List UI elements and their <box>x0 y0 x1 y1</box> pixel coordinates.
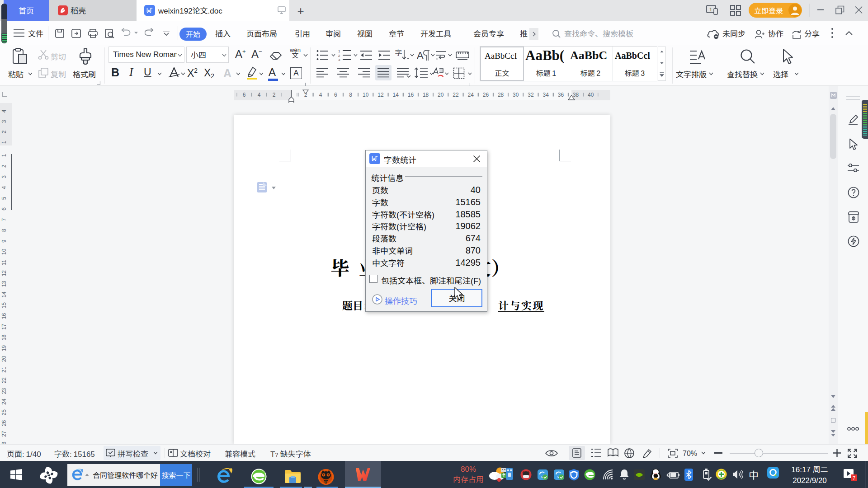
svg-text:4: 4 <box>1 186 7 189</box>
svg-text:3: 3 <box>1 120 7 123</box>
svg-text:4: 4 <box>319 92 322 98</box>
svg-text:4: 4 <box>1 109 7 113</box>
svg-text:40: 40 <box>588 92 594 98</box>
svg-text:4: 4 <box>258 92 261 98</box>
svg-text:1: 1 <box>1 154 7 157</box>
svg-text:8: 8 <box>349 92 352 98</box>
svg-text:19: 19 <box>1 345 7 352</box>
svg-text:21: 21 <box>1 366 7 373</box>
svg-text:5: 5 <box>1 197 7 200</box>
svg-text:14: 14 <box>1 291 7 298</box>
svg-text:22: 22 <box>1 377 7 384</box>
svg-text:26: 26 <box>1 420 7 427</box>
svg-text:36: 36 <box>558 92 564 98</box>
svg-text:18: 18 <box>423 92 429 98</box>
svg-text:2: 2 <box>273 92 276 98</box>
svg-text:1: 1 <box>1 141 7 144</box>
svg-text:2: 2 <box>338 54 340 58</box>
svg-text:6: 6 <box>243 92 246 98</box>
svg-text:6: 6 <box>1 207 7 211</box>
svg-text:22: 22 <box>453 92 459 98</box>
svg-text:8: 8 <box>1 229 7 232</box>
svg-text:16: 16 <box>408 92 414 98</box>
svg-text:1: 1 <box>338 49 340 53</box>
svg-text:11: 11 <box>1 259 7 265</box>
svg-text:26: 26 <box>483 92 489 98</box>
svg-text:2: 2 <box>1 164 7 168</box>
svg-text:7: 7 <box>853 475 855 481</box>
svg-text:14: 14 <box>393 92 399 98</box>
svg-text:3: 3 <box>338 58 340 61</box>
svg-text:12: 12 <box>377 92 384 98</box>
svg-text:28: 28 <box>498 92 504 98</box>
svg-text:30: 30 <box>513 92 519 98</box>
svg-text:7: 7 <box>1 218 7 221</box>
svg-text:6: 6 <box>334 92 337 98</box>
svg-text:34: 34 <box>543 92 549 98</box>
svg-text:13: 13 <box>1 281 7 287</box>
svg-text:16: 16 <box>1 313 7 319</box>
svg-text:20: 20 <box>438 92 444 98</box>
svg-text:24: 24 <box>1 399 7 405</box>
svg-text:2: 2 <box>1 130 7 133</box>
svg-text:27: 27 <box>1 431 7 437</box>
svg-text:24: 24 <box>468 92 474 98</box>
svg-text:17: 17 <box>1 324 7 330</box>
svg-text:A: A <box>417 50 424 61</box>
svg-text:12: 12 <box>1 270 7 277</box>
svg-text:1: 1 <box>709 7 712 12</box>
svg-text:25: 25 <box>1 409 7 416</box>
svg-text:15: 15 <box>1 302 7 309</box>
svg-text:3: 3 <box>1 175 7 178</box>
svg-text:9: 9 <box>1 239 7 243</box>
svg-text:32: 32 <box>528 92 534 98</box>
svg-text:字: 字 <box>395 49 402 57</box>
svg-text:23: 23 <box>1 388 7 394</box>
svg-text:18: 18 <box>1 334 7 341</box>
svg-text:10: 10 <box>1 249 7 255</box>
svg-text:10: 10 <box>363 92 369 98</box>
svg-text:20: 20 <box>1 356 7 362</box>
